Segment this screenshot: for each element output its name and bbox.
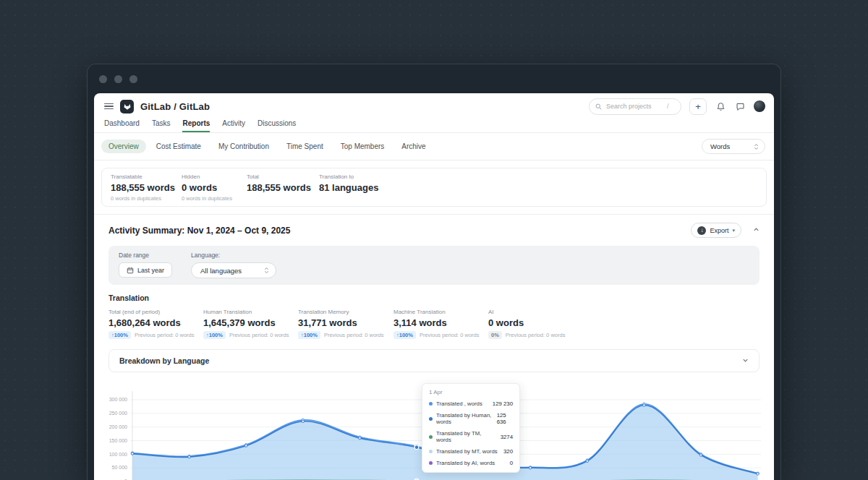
stat-value: 188,555 words xyxy=(111,182,182,193)
project-stats-card: Translatable 188,555 words 0 words in du… xyxy=(101,168,767,207)
svg-text:250 000: 250 000 xyxy=(109,411,127,416)
stat-label: Total xyxy=(247,173,319,180)
metric-ai: AI 0 words 0%Previous period: 0 words xyxy=(488,309,760,339)
stat-label: Hidden xyxy=(182,173,247,180)
metric-label: Total (end of period) xyxy=(109,309,203,315)
metric-value: 1,680,264 words xyxy=(109,317,203,328)
report-subtabs: Overview Cost Estimate My Contribution T… xyxy=(101,140,433,153)
user-avatar[interactable] xyxy=(754,100,765,112)
page-title: GitLab / GitLab xyxy=(140,101,210,112)
tab-discussions[interactable]: Discussions xyxy=(258,119,296,132)
language-select-value: All languages xyxy=(200,267,242,275)
metric-value: 31,771 words xyxy=(298,317,393,328)
subtab-top-members[interactable]: Top Members xyxy=(333,140,392,153)
stat-note xyxy=(247,195,319,201)
breakdown-title: Breakdown by Language xyxy=(119,356,209,365)
search-shortcut-hint: / xyxy=(667,103,669,110)
activity-summary-title: Activity Summary: Nov 1, 2024 – Oct 9, 2… xyxy=(109,226,290,236)
tooltip-row: Translated by AI, words 0 xyxy=(429,460,513,466)
tab-dashboard[interactable]: Dashboard xyxy=(104,119,140,132)
trend-badge: ↑100% xyxy=(109,331,131,339)
trend-badge: ↑100% xyxy=(298,331,320,339)
search-icon xyxy=(595,103,602,110)
subtab-cost-estimate[interactable]: Cost Estimate xyxy=(149,140,208,153)
tooltip-label: Translated by AI, words xyxy=(436,460,495,466)
tooltip-label: Translated , words xyxy=(436,400,482,407)
project-nav-tabs: Dashboard Tasks Reports Activity Discuss… xyxy=(94,116,774,133)
notifications-button[interactable] xyxy=(715,100,726,112)
subtab-overview[interactable]: Overview xyxy=(101,140,146,153)
window-control-minimize[interactable] xyxy=(114,75,122,83)
stat-translation-to: Translation to 81 languages xyxy=(319,173,766,201)
tooltip-value: 320 xyxy=(503,448,513,455)
select-arrows-icon xyxy=(754,143,759,150)
metric-total: Total (end of period) 1,680,264 words ↑1… xyxy=(109,309,203,339)
metric-label: AI xyxy=(488,309,760,315)
stat-label: Translatable xyxy=(111,173,182,180)
calendar-icon xyxy=(127,267,134,274)
search-input[interactable] xyxy=(606,103,663,110)
stat-note xyxy=(319,195,766,201)
chat-icon xyxy=(736,102,745,111)
series-dot xyxy=(429,417,433,421)
chart-tooltip: 1 Apr Translated , words 129 230 Transla… xyxy=(422,383,520,473)
search-box[interactable]: / xyxy=(589,98,681,115)
hamburger-menu-icon[interactable] xyxy=(104,103,114,110)
tooltip-row: Translated by Human, words 125 636 xyxy=(429,412,513,425)
chevron-down-icon xyxy=(742,357,749,365)
add-project-button[interactable]: + xyxy=(689,98,707,115)
app-header: GitLab / GitLab / + xyxy=(94,93,774,116)
window-control-maximize[interactable] xyxy=(129,75,137,83)
export-label: Export xyxy=(710,227,728,234)
browser-window: GitLab / GitLab / + xyxy=(87,64,781,480)
units-select[interactable]: Words xyxy=(702,139,765,154)
tooltip-value: 0 xyxy=(510,460,513,466)
breakdown-by-language-card[interactable]: Breakdown by Language xyxy=(109,349,760,372)
metric-note: Previous period: 0 words xyxy=(420,332,480,338)
units-select-value: Words xyxy=(710,142,730,150)
trend-badge: 0% xyxy=(488,331,502,339)
window-control-close[interactable] xyxy=(99,75,107,83)
tooltip-row: Translated by TM, words 3274 xyxy=(429,430,513,443)
activity-summary-header: Activity Summary: Nov 1, 2024 – Oct 9, 2… xyxy=(94,215,774,244)
subtab-archive[interactable]: Archive xyxy=(394,140,433,153)
select-arrows-icon xyxy=(264,267,269,274)
series-dot xyxy=(429,461,433,465)
stat-value: 0 words xyxy=(182,182,247,193)
bell-icon xyxy=(716,102,726,111)
export-button[interactable]: ↓ Export ▾ xyxy=(691,223,741,238)
filters-panel: Date range Last year Language: xyxy=(109,246,760,285)
stat-note: 0 words in duplicates xyxy=(111,195,182,201)
svg-text:300 000: 300 000 xyxy=(109,397,127,402)
language-select[interactable]: All languages xyxy=(191,262,276,278)
tab-tasks[interactable]: Tasks xyxy=(152,119,171,132)
stat-label: Translation to xyxy=(319,173,766,180)
messages-button[interactable] xyxy=(734,100,746,112)
stat-value: 81 languages xyxy=(319,182,766,193)
subtab-my-contribution[interactable]: My Contribution xyxy=(211,140,276,153)
metric-note: Previous period: 0 words xyxy=(135,332,195,338)
section-collapse-button[interactable] xyxy=(753,226,760,234)
tooltip-label: Translated by TM, words xyxy=(436,430,497,443)
metric-human-translation: Human Translation 1,645,379 words ↑100%P… xyxy=(203,309,298,339)
tab-reports[interactable]: Reports xyxy=(182,119,210,132)
series-dot xyxy=(429,450,433,453)
metric-note: Previous period: 0 words xyxy=(324,332,384,338)
project-logo[interactable] xyxy=(120,100,134,113)
tooltip-value: 125 636 xyxy=(497,412,513,425)
subtab-time-spent[interactable]: Time Spent xyxy=(279,140,331,153)
trend-badge: ↑100% xyxy=(393,331,416,339)
svg-text:100 000: 100 000 xyxy=(109,452,127,457)
window-titlebar xyxy=(88,64,780,93)
translation-section-title: Translation xyxy=(109,293,760,302)
tooltip-date: 1 Apr xyxy=(429,389,513,395)
series-dot xyxy=(429,435,433,439)
metric-label: Human Translation xyxy=(203,309,298,315)
date-range-button[interactable]: Last year xyxy=(119,262,172,278)
stat-translatable: Translatable 188,555 words 0 words in du… xyxy=(111,173,182,201)
translation-metrics: Total (end of period) 1,680,264 words ↑1… xyxy=(109,309,760,339)
svg-text:200 000: 200 000 xyxy=(109,424,127,429)
svg-text:50 000: 50 000 xyxy=(112,465,128,470)
tab-activity[interactable]: Activity xyxy=(222,119,245,132)
tooltip-label: Translated by Human, words xyxy=(436,412,493,425)
